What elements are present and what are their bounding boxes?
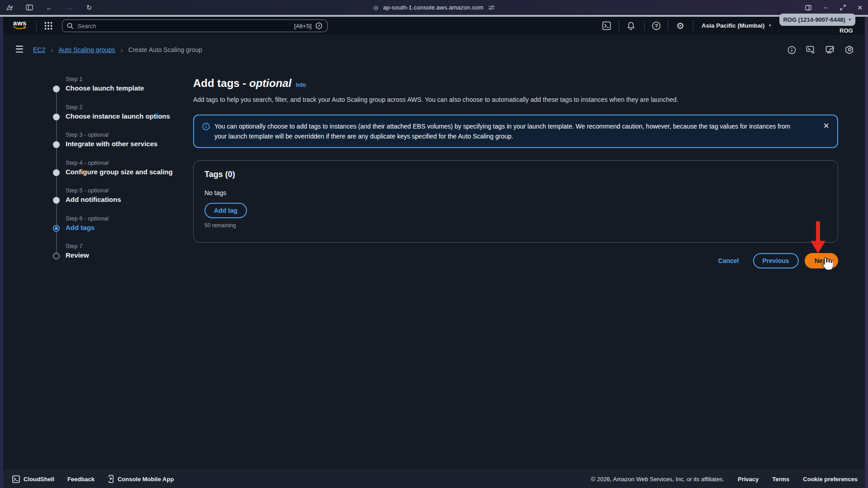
shortcuts-hexagon-icon[interactable] bbox=[845, 45, 854, 54]
close-icon[interactable]: × bbox=[856, 4, 863, 11]
window-left-edge bbox=[0, 17, 3, 488]
browser-logo-icon[interactable] bbox=[5, 4, 14, 12]
breadcrumb-ec2[interactable]: EC2 bbox=[33, 46, 45, 53]
caret-down-icon: ▼ bbox=[848, 18, 852, 22]
console-header: aws Search [Alt+S] ? bbox=[0, 17, 868, 35]
step-name[interactable]: Configure group size and scaling bbox=[66, 168, 173, 176]
settings-gear-icon[interactable]: ⚙ bbox=[676, 21, 685, 30]
region-selector[interactable]: Asia Pacific (Mumbai) ▼ bbox=[702, 22, 772, 29]
info-alert: You can optionally choose to add tags to… bbox=[193, 115, 838, 148]
divider bbox=[644, 21, 645, 31]
previous-button[interactable]: Previous bbox=[753, 253, 799, 268]
step-name[interactable]: Choose launch template bbox=[66, 84, 144, 92]
breadcrumb-bar: ☰ EC2 › Auto Scaling groups › Create Aut… bbox=[0, 42, 868, 58]
page-description: Add tags to help you search, filter, and… bbox=[193, 96, 837, 103]
svg-text:?: ? bbox=[655, 23, 658, 29]
step-item-7[interactable]: Step 7 Review bbox=[51, 242, 186, 270]
step-circle-icon bbox=[53, 86, 60, 92]
footer-terms[interactable]: Terms bbox=[772, 476, 789, 483]
step-item-4[interactable]: Step 4 - optional Configure group size a… bbox=[51, 159, 186, 187]
search-placeholder: Search bbox=[77, 23, 290, 29]
forward-icon[interactable]: → bbox=[65, 4, 73, 12]
tags-remaining-count: 50 remaining bbox=[204, 222, 827, 229]
footer-privacy[interactable]: Privacy bbox=[738, 476, 759, 483]
info-icon bbox=[202, 123, 210, 141]
step-item-5[interactable]: Step 5 - optional Add notifications bbox=[51, 187, 186, 215]
chevron-right-icon: › bbox=[51, 46, 53, 54]
search-icon bbox=[67, 23, 74, 29]
step-circle-icon bbox=[53, 114, 60, 120]
step-item-6-current[interactable]: Step 6 - optional Add tags bbox=[51, 215, 186, 243]
info-link[interactable]: Info bbox=[296, 82, 306, 88]
alert-close-icon[interactable]: × bbox=[823, 121, 829, 130]
step-name[interactable]: Review bbox=[66, 251, 89, 259]
restore-icon[interactable] bbox=[839, 4, 846, 11]
services-grid-icon[interactable] bbox=[44, 22, 52, 30]
step-circle-icon bbox=[53, 253, 60, 259]
demo-screen-icon[interactable] bbox=[806, 46, 816, 54]
window-right-edge bbox=[865, 17, 868, 488]
page-title: Add tags - optional bbox=[193, 77, 291, 90]
step-name[interactable]: Integrate with other services bbox=[66, 140, 157, 148]
panel-icon[interactable] bbox=[805, 4, 812, 11]
step-name[interactable]: Add notifications bbox=[66, 196, 121, 203]
add-tag-button[interactable]: Add tag bbox=[204, 203, 247, 218]
step-circle-icon bbox=[53, 225, 60, 232]
divider bbox=[619, 21, 619, 31]
cloudshell-icon bbox=[12, 475, 20, 483]
divider bbox=[693, 21, 693, 31]
cloudshell-icon[interactable] bbox=[602, 21, 611, 30]
search-shortcut: [Alt+S] bbox=[294, 23, 312, 29]
notifications-bell-icon[interactable] bbox=[626, 21, 636, 30]
search-input[interactable]: Search [Alt+S] bbox=[62, 19, 327, 32]
back-icon[interactable]: ← bbox=[45, 4, 53, 12]
wizard-steps-nav: Step 1 Choose launch template Step 2 Cho… bbox=[51, 75, 186, 270]
footer-cloudshell[interactable]: CloudShell bbox=[12, 475, 54, 483]
side-navigation-toggle[interactable]: ☰ bbox=[14, 43, 25, 55]
site-info-icon[interactable]: ⊖ bbox=[373, 4, 379, 11]
step-circle-icon bbox=[53, 197, 60, 204]
step-circle-icon bbox=[53, 141, 60, 148]
footer-console-mobile-app[interactable]: Console Mobile App bbox=[108, 475, 174, 483]
step-circle-icon bbox=[53, 169, 60, 176]
step-name[interactable]: Add tags bbox=[66, 224, 95, 231]
url-text[interactable]: ap-south-1.console.aws.amazon.com bbox=[383, 4, 484, 11]
tune-icon[interactable] bbox=[488, 5, 495, 11]
next-button[interactable]: Next bbox=[805, 253, 838, 268]
account-menu-badge[interactable]: ROG (1214-9007-6448) ▼ bbox=[779, 14, 855, 26]
breadcrumb-auto-scaling-groups[interactable]: Auto Scaling groups bbox=[58, 46, 115, 53]
tools-screen-icon[interactable] bbox=[825, 46, 835, 54]
step-item-2[interactable]: Step 2 Choose instance launch options bbox=[51, 103, 186, 131]
address-bar[interactable]: ⊖ ap-south-1.console.aws.amazon.com bbox=[0, 0, 868, 15]
footer-feedback[interactable]: Feedback bbox=[67, 476, 95, 483]
no-tags-text: No tags bbox=[204, 189, 827, 196]
browser-titlebar: ← → ↻ ⊖ ap-south-1.console.aws.amazon.co… bbox=[0, 0, 868, 15]
tags-panel-title: Tags (0) bbox=[204, 170, 827, 179]
cancel-button[interactable]: Cancel bbox=[718, 257, 739, 264]
refresh-icon[interactable]: ↻ bbox=[85, 4, 93, 12]
tags-panel: Tags (0) No tags Add tag 50 remaining bbox=[193, 160, 838, 243]
copyright-text: © 2026, Amazon Web Services, Inc. or its… bbox=[591, 476, 724, 483]
breadcrumb: EC2 › Auto Scaling groups › Create Auto … bbox=[33, 42, 202, 58]
assistant-hexagon-icon bbox=[315, 22, 323, 29]
info-panel-icon[interactable] bbox=[787, 46, 796, 54]
step-item-3[interactable]: Step 3 - optional Integrate with other s… bbox=[51, 131, 186, 159]
titlebar-strip bbox=[0, 15, 868, 17]
aws-logo[interactable]: aws bbox=[12, 20, 28, 30]
help-icon[interactable]: ? bbox=[652, 21, 661, 30]
step-name[interactable]: Choose instance launch options bbox=[66, 112, 170, 120]
footer-cookie-preferences[interactable]: Cookie preferences bbox=[803, 476, 858, 483]
divider bbox=[668, 21, 668, 31]
aws-console-window: ← → ↻ ⊖ ap-south-1.console.aws.amazon.co… bbox=[0, 0, 868, 488]
wizard-actions: Cancel Previous Next bbox=[193, 253, 838, 268]
step-item-1[interactable]: Step 1 Choose launch template bbox=[51, 75, 186, 103]
chevron-right-icon: › bbox=[121, 46, 123, 54]
region-label: Asia Pacific (Mumbai) bbox=[702, 22, 765, 29]
main-content: Add tags - optional Info Add tags to hel… bbox=[193, 77, 837, 268]
account-name: ROG bbox=[840, 27, 853, 34]
mobile-app-icon bbox=[108, 475, 114, 483]
minimize-icon[interactable]: − bbox=[822, 4, 829, 11]
sidebar-toggle-icon[interactable] bbox=[25, 4, 33, 12]
console-footer: CloudShell Feedback Console Mobile App ©… bbox=[0, 470, 868, 488]
account-badge-label: ROG (1214-9007-6448) bbox=[783, 16, 845, 23]
